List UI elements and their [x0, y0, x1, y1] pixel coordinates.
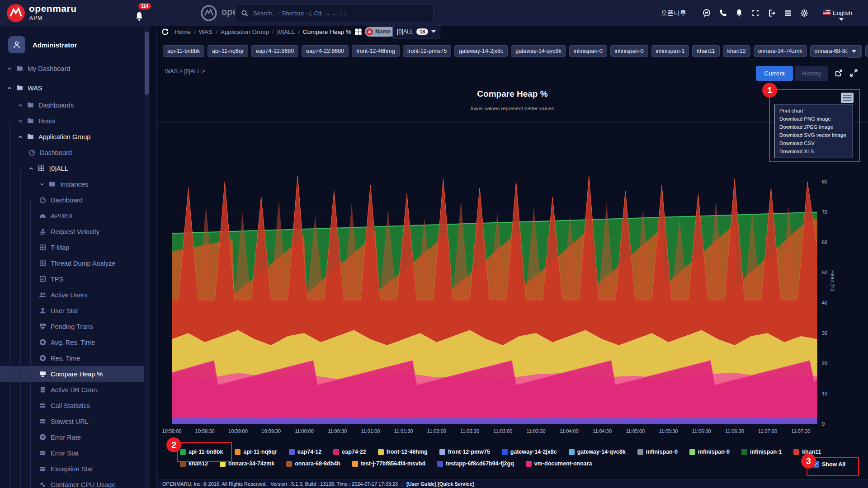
instance-chip[interactable]: front-12-pmw75 [403, 45, 452, 57]
logout-icon[interactable] [767, 9, 776, 18]
bell-icon[interactable] [735, 9, 744, 18]
instance-chip[interactable]: gateway-14-qvc8k [511, 45, 566, 57]
sidebar-item-pending-trans[interactable]: Pending Trans [0, 319, 145, 334]
grid-view-icon[interactable] [354, 28, 363, 36]
sidebar-scrollbar-thumb[interactable] [145, 32, 149, 95]
username-label[interactable]: 오픈나루 [661, 9, 686, 17]
refresh-icon[interactable] [161, 28, 170, 36]
instance-chip[interactable]: infinispan-1 [651, 45, 689, 57]
legend-item-api-11-nq6qr[interactable]: api-11-nq6qr [235, 449, 277, 455]
global-search[interactable] [235, 4, 434, 22]
sidebar-item-user-stat[interactable]: User Stat [0, 303, 145, 319]
sidebar-item-tps[interactable]: TPS [0, 271, 145, 287]
current-button[interactable]: Current [756, 66, 793, 81]
sidebar-item-0-all[interactable]: [0]ALL [0, 160, 145, 176]
group-select-dropdown[interactable]: [0]ALL 18 [392, 25, 440, 38]
notification-bell-icon[interactable] [134, 11, 145, 23]
breadcrumb-item[interactable]: Compare Heap % [303, 28, 351, 35]
legend-label: vm-document-onnara [534, 460, 592, 467]
search-input[interactable] [252, 9, 421, 17]
sidebar-item-active-users[interactable]: Active Users [0, 287, 145, 303]
legend-item-onnara-68-8db4h[interactable]: onnara-68-8db4h [286, 460, 340, 467]
x-tick-label: 11:03:00 [493, 428, 512, 434]
menu-icon[interactable] [783, 9, 793, 18]
sidebar-item-request-velocity[interactable]: Request Velocity [0, 224, 145, 239]
notification-count-badge[interactable]: 114 [138, 3, 151, 9]
sidebar-item-avg-res-time[interactable]: Avg. Res. Time [0, 334, 145, 350]
sidebar-item-my-dashboard[interactable]: My Dashboard [0, 61, 145, 76]
footer-links[interactable]: [User Guide] [Quick Service] [406, 481, 474, 487]
avatar[interactable] [8, 36, 25, 53]
sidebar-scrollbar-track[interactable] [144, 26, 150, 488]
sidebar-item-t-map[interactable]: T-Map [0, 239, 145, 255]
sidebar-item-thread-dump-analyze[interactable]: Thread Dump Analyze [0, 255, 145, 271]
user-icon [39, 307, 47, 314]
openmaru-logo[interactable] [6, 4, 25, 23]
legend-item-gateway-14-2jx8c[interactable]: gateway-14-2jx8c [502, 449, 557, 455]
instance-chip[interactable]: eap74-12:8680 [251, 45, 298, 57]
monitor-icon [39, 370, 47, 378]
legend-label: api-11-nq6qr [243, 449, 277, 455]
legend-item-front-12-46hmg[interactable]: front-12-46hmg [378, 449, 428, 455]
legend-item-test-j-77bf8564f4-msvbd[interactable]: test-j-77bf8564f4-msvbd [352, 460, 425, 467]
fullscreen-icon[interactable] [751, 9, 760, 18]
legend-item-testapp-6f8cd67b94-fj2gq[interactable]: testapp-6f8cd67b94-fj2gq [437, 460, 514, 467]
sidebar-item-application-group[interactable]: Application Group [0, 129, 145, 145]
sidebar-item-error-rate[interactable]: Error Rate [0, 429, 145, 445]
breadcrumb-item[interactable]: WAS [199, 28, 212, 35]
legend-item-gateway-14-qvc8k[interactable]: gateway-14-qvc8k [569, 449, 626, 455]
instance-chip[interactable]: infinispan-0 [569, 45, 607, 57]
instance-chip[interactable]: gateway-14-2jx8c [454, 45, 508, 57]
sidebar-item-hosts[interactable]: Hosts [0, 113, 145, 129]
legend-item-infinispan-0[interactable]: infinispan-0 [689, 449, 730, 455]
phone-icon[interactable] [718, 9, 727, 18]
chat-icon[interactable] [702, 9, 711, 18]
chip-overflow-button[interactable] [847, 45, 861, 58]
sidebar-item-dashboard[interactable]: Dashboard [0, 145, 145, 160]
sidebar-item-label: Pending Trans [51, 323, 93, 330]
instance-chip[interactable]: front-12-46hmg [352, 45, 399, 57]
instance-chip[interactable]: khan12 [723, 45, 750, 57]
sidebar-item-error-stat[interactable]: Error Stat [0, 445, 145, 461]
expand-icon[interactable] [849, 68, 859, 78]
instance-chip[interactable]: test-j-77bf8564 [865, 45, 868, 57]
legend-item-front-12-pmw75[interactable]: front-12-pmw75 [439, 449, 490, 455]
sidebar-item-was[interactable]: WAS [0, 80, 145, 96]
x-tick-label: 11:06:30 [725, 428, 744, 434]
name-filter-pill[interactable]: ✕ Name [365, 27, 395, 37]
instance-chip[interactable]: infinispan-0 [610, 45, 648, 57]
gear-icon[interactable] [800, 9, 809, 18]
legend-item-infinispan-0[interactable]: infinispan-0 [637, 449, 678, 455]
legend-item-eap74-12[interactable]: eap74-12 [289, 449, 322, 455]
sidebar-item-active-db-conn[interactable]: Active DB Conn. [0, 382, 145, 398]
heap-compare-chart[interactable] [172, 167, 817, 424]
history-button[interactable]: History [795, 66, 828, 81]
sidebar-item-res-time[interactable]: Res. Time [0, 350, 145, 366]
legend-item-infinispan-1[interactable]: infinispan-1 [741, 449, 782, 455]
instance-chip[interactable]: eap74-22:8680 [302, 45, 349, 57]
sidebar-item-exception-stat[interactable]: Exception Stat [0, 461, 145, 477]
folder-icon [27, 101, 34, 109]
breadcrumb-item[interactable]: [0]ALL [277, 28, 295, 35]
sidebar-item-call-statistics[interactable]: Call Statistics [0, 398, 145, 413]
sidebar-item-container-cpu-usage[interactable]: Container CPU Usage [0, 477, 145, 488]
language-label[interactable]: English [833, 9, 852, 16]
sidebar-item-compare-heap[interactable]: Compare Heap % [0, 366, 145, 382]
legend-label: testapp-6f8cd67b94-fj2gq [446, 460, 514, 467]
instance-chip[interactable]: api-11-nq6qr [208, 45, 248, 57]
language-caret-icon[interactable] [839, 18, 844, 21]
legend-item-eap74-22[interactable]: eap74-22 [333, 449, 366, 455]
sidebar-item-dashboards[interactable]: Dashboards [0, 97, 145, 113]
sidebar-item-apdex[interactable]: APDEX [0, 208, 145, 224]
legend-item-vm-document-onnara[interactable]: vm-document-onnara [526, 460, 592, 467]
instance-chip[interactable]: api-11-bn8bk [163, 45, 204, 57]
sidebar-item-dashboard[interactable]: Dashboard [0, 192, 145, 208]
sidebar-item-slowest-url[interactable]: Slowest URL [0, 413, 145, 429]
external-link-icon[interactable] [834, 68, 844, 78]
clear-filter-icon[interactable]: ✕ [366, 28, 373, 35]
sidebar-item-instances[interactable]: Instances [0, 176, 145, 192]
instance-chip[interactable]: onnara-34-74zmk [754, 45, 807, 57]
breadcrumb-item[interactable]: Home [175, 28, 191, 35]
instance-chip[interactable]: khan11 [692, 45, 719, 57]
breadcrumb-item[interactable]: Application Group [221, 28, 269, 35]
